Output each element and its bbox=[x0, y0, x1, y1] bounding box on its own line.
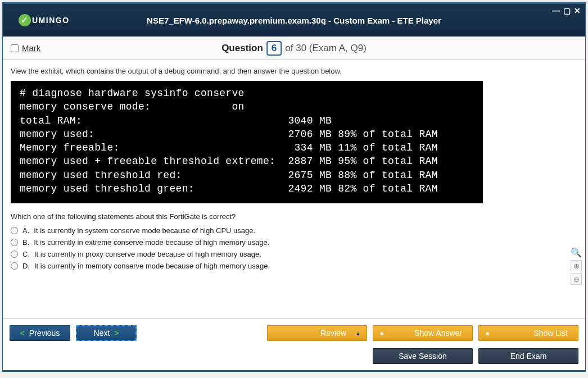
option-b-radio[interactable] bbox=[11, 239, 18, 246]
triangle-up-icon: ▲ bbox=[355, 330, 361, 336]
question-bar: Mark Question 6 of 30 (Exam A, Q9) bbox=[3, 37, 585, 60]
option-text: It is currently in proxy conserve mode b… bbox=[34, 250, 261, 258]
question-total: of 30 (Exam A, Q9) bbox=[285, 43, 367, 54]
previous-label: Previous bbox=[29, 329, 60, 338]
end-exam-label: End Exam bbox=[510, 352, 547, 361]
option-text: It is currently in system conserve mode … bbox=[34, 226, 255, 235]
option-letter: B. bbox=[22, 238, 29, 247]
show-list-label: Show List bbox=[533, 329, 568, 338]
show-answer-label: Show Answer bbox=[414, 329, 462, 338]
chevron-right-icon: > bbox=[114, 329, 119, 338]
question-indicator: Question 6 of 30 (Exam A, Q9) bbox=[221, 41, 367, 56]
option-a-radio[interactable] bbox=[11, 227, 18, 234]
option-text: It is currently in extreme conserve mode… bbox=[34, 238, 269, 247]
mark-label: Mark bbox=[22, 43, 40, 53]
review-label: Review bbox=[320, 329, 346, 338]
logo-check-icon: ✓ bbox=[19, 14, 31, 26]
app-window: ✓ UMINGO NSE7_EFW-6.0.prepaway.premium.e… bbox=[2, 2, 586, 372]
show-list-button[interactable]: ■ Show List bbox=[478, 325, 578, 341]
save-session-button[interactable]: Save Session bbox=[373, 348, 473, 364]
instruction-text: View the exhibit, which contains the out… bbox=[11, 67, 577, 75]
question-label: Question bbox=[221, 43, 263, 54]
zoom-in-button[interactable]: ⊕ bbox=[571, 260, 582, 271]
option-letter: D. bbox=[22, 262, 30, 270]
option-a[interactable]: A. It is currently in system conserve mo… bbox=[11, 226, 577, 235]
window-controls: — ▢ ✕ bbox=[552, 6, 581, 15]
titlebar: ✓ UMINGO NSE7_EFW-6.0.prepaway.premium.e… bbox=[3, 4, 585, 37]
exhibit-terminal: # diagnose hardware sysinfo conserve mem… bbox=[11, 81, 483, 203]
logo: ✓ UMINGO bbox=[19, 14, 70, 26]
close-icon[interactable]: ✕ bbox=[574, 6, 581, 15]
footer: < Previous Next > Review ▲ ■ Show Answer… bbox=[3, 318, 585, 370]
end-exam-button[interactable]: End Exam bbox=[478, 348, 578, 364]
minimize-icon[interactable]: — bbox=[552, 6, 560, 15]
option-letter: A. bbox=[22, 226, 29, 235]
maximize-icon[interactable]: ▢ bbox=[563, 6, 571, 15]
mark-checkbox[interactable] bbox=[11, 44, 19, 52]
option-c-radio[interactable] bbox=[11, 251, 18, 258]
logo-text: UMINGO bbox=[32, 16, 70, 25]
zoom-tools: 🔍 ⊕ ⊖ bbox=[571, 247, 582, 285]
next-button[interactable]: Next > bbox=[76, 325, 137, 341]
content-area: View the exhibit, which contains the out… bbox=[3, 60, 585, 318]
question-number: 6 bbox=[266, 41, 282, 56]
option-letter: C. bbox=[22, 250, 30, 258]
stop-icon: ■ bbox=[486, 330, 489, 336]
zoom-out-button[interactable]: ⊖ bbox=[571, 274, 582, 285]
option-d[interactable]: D. It is currently in memory conserve mo… bbox=[11, 262, 577, 270]
review-button[interactable]: Review ▲ bbox=[267, 325, 367, 341]
previous-button[interactable]: < Previous bbox=[10, 325, 70, 341]
mark-toggle[interactable]: Mark bbox=[11, 43, 40, 53]
chevron-left-icon: < bbox=[20, 329, 25, 338]
next-label: Next bbox=[94, 329, 110, 338]
show-answer-button[interactable]: ■ Show Answer bbox=[373, 325, 473, 341]
option-c[interactable]: C. It is currently in proxy conserve mod… bbox=[11, 250, 577, 258]
magnify-icon[interactable]: 🔍 bbox=[571, 247, 582, 258]
window-title: NSE7_EFW-6.0.prepaway.premium.exam.30q -… bbox=[147, 16, 441, 25]
stop-icon: ■ bbox=[380, 330, 383, 336]
question-text: Which one of the following statements ab… bbox=[11, 212, 577, 221]
option-text: It is currently in memory conserve mode … bbox=[34, 262, 270, 270]
option-b[interactable]: B. It is currently in extreme conserve m… bbox=[11, 238, 577, 247]
save-session-label: Save Session bbox=[399, 352, 447, 361]
option-d-radio[interactable] bbox=[11, 262, 18, 270]
answer-options: A. It is currently in system conserve mo… bbox=[11, 226, 577, 270]
